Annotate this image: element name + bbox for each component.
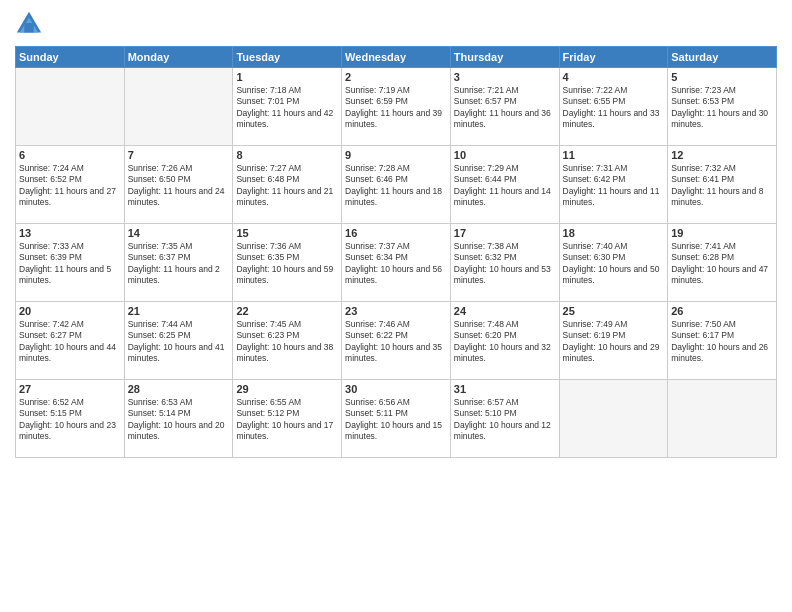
day-info: Sunrise: 7:46 AMSunset: 6:22 PMDaylight:… [345, 319, 447, 365]
day-info: Sunrise: 7:18 AMSunset: 7:01 PMDaylight:… [236, 85, 338, 131]
calendar-cell: 31Sunrise: 6:57 AMSunset: 5:10 PMDayligh… [450, 380, 559, 458]
day-info: Sunrise: 7:45 AMSunset: 6:23 PMDaylight:… [236, 319, 338, 365]
calendar-week-2: 6Sunrise: 7:24 AMSunset: 6:52 PMDaylight… [16, 146, 777, 224]
day-info: Sunrise: 6:52 AMSunset: 5:15 PMDaylight:… [19, 397, 121, 443]
day-number: 13 [19, 227, 121, 239]
day-info: Sunrise: 7:50 AMSunset: 6:17 PMDaylight:… [671, 319, 773, 365]
calendar-cell: 1Sunrise: 7:18 AMSunset: 7:01 PMDaylight… [233, 68, 342, 146]
day-info: Sunrise: 7:19 AMSunset: 6:59 PMDaylight:… [345, 85, 447, 131]
day-number: 25 [563, 305, 665, 317]
day-number: 20 [19, 305, 121, 317]
calendar-cell: 16Sunrise: 7:37 AMSunset: 6:34 PMDayligh… [342, 224, 451, 302]
day-info: Sunrise: 6:56 AMSunset: 5:11 PMDaylight:… [345, 397, 447, 443]
day-info: Sunrise: 7:40 AMSunset: 6:30 PMDaylight:… [563, 241, 665, 287]
day-number: 11 [563, 149, 665, 161]
day-number: 6 [19, 149, 121, 161]
day-number: 8 [236, 149, 338, 161]
day-number: 15 [236, 227, 338, 239]
day-info: Sunrise: 7:48 AMSunset: 6:20 PMDaylight:… [454, 319, 556, 365]
day-info: Sunrise: 7:26 AMSunset: 6:50 PMDaylight:… [128, 163, 230, 209]
day-info: Sunrise: 7:28 AMSunset: 6:46 PMDaylight:… [345, 163, 447, 209]
calendar-cell: 28Sunrise: 6:53 AMSunset: 5:14 PMDayligh… [124, 380, 233, 458]
calendar-cell: 25Sunrise: 7:49 AMSunset: 6:19 PMDayligh… [559, 302, 668, 380]
calendar-cell: 2Sunrise: 7:19 AMSunset: 6:59 PMDaylight… [342, 68, 451, 146]
day-number: 1 [236, 71, 338, 83]
calendar-cell: 20Sunrise: 7:42 AMSunset: 6:27 PMDayligh… [16, 302, 125, 380]
calendar-cell: 11Sunrise: 7:31 AMSunset: 6:42 PMDayligh… [559, 146, 668, 224]
calendar-cell: 17Sunrise: 7:38 AMSunset: 6:32 PMDayligh… [450, 224, 559, 302]
day-number: 10 [454, 149, 556, 161]
calendar-page: SundayMondayTuesdayWednesdayThursdayFrid… [0, 0, 792, 612]
calendar-cell [124, 68, 233, 146]
day-number: 31 [454, 383, 556, 395]
weekday-header-sunday: Sunday [16, 47, 125, 68]
day-number: 16 [345, 227, 447, 239]
day-number: 5 [671, 71, 773, 83]
logo-icon [15, 10, 43, 38]
weekday-header-saturday: Saturday [668, 47, 777, 68]
calendar-cell [16, 68, 125, 146]
weekday-header-friday: Friday [559, 47, 668, 68]
header [15, 10, 777, 38]
day-number: 12 [671, 149, 773, 161]
day-info: Sunrise: 7:31 AMSunset: 6:42 PMDaylight:… [563, 163, 665, 209]
day-info: Sunrise: 7:27 AMSunset: 6:48 PMDaylight:… [236, 163, 338, 209]
weekday-header-thursday: Thursday [450, 47, 559, 68]
calendar-cell: 19Sunrise: 7:41 AMSunset: 6:28 PMDayligh… [668, 224, 777, 302]
day-info: Sunrise: 7:22 AMSunset: 6:55 PMDaylight:… [563, 85, 665, 131]
calendar-cell: 5Sunrise: 7:23 AMSunset: 6:53 PMDaylight… [668, 68, 777, 146]
day-number: 19 [671, 227, 773, 239]
weekday-header-wednesday: Wednesday [342, 47, 451, 68]
svg-rect-2 [24, 23, 33, 32]
day-info: Sunrise: 7:44 AMSunset: 6:25 PMDaylight:… [128, 319, 230, 365]
calendar-cell: 24Sunrise: 7:48 AMSunset: 6:20 PMDayligh… [450, 302, 559, 380]
day-number: 24 [454, 305, 556, 317]
calendar-cell: 21Sunrise: 7:44 AMSunset: 6:25 PMDayligh… [124, 302, 233, 380]
day-number: 21 [128, 305, 230, 317]
day-info: Sunrise: 6:55 AMSunset: 5:12 PMDaylight:… [236, 397, 338, 443]
calendar-week-1: 1Sunrise: 7:18 AMSunset: 7:01 PMDaylight… [16, 68, 777, 146]
calendar-cell: 13Sunrise: 7:33 AMSunset: 6:39 PMDayligh… [16, 224, 125, 302]
calendar-week-5: 27Sunrise: 6:52 AMSunset: 5:15 PMDayligh… [16, 380, 777, 458]
day-number: 3 [454, 71, 556, 83]
calendar-week-4: 20Sunrise: 7:42 AMSunset: 6:27 PMDayligh… [16, 302, 777, 380]
day-number: 14 [128, 227, 230, 239]
day-info: Sunrise: 7:37 AMSunset: 6:34 PMDaylight:… [345, 241, 447, 287]
day-info: Sunrise: 7:23 AMSunset: 6:53 PMDaylight:… [671, 85, 773, 131]
calendar-cell: 27Sunrise: 6:52 AMSunset: 5:15 PMDayligh… [16, 380, 125, 458]
calendar-cell: 4Sunrise: 7:22 AMSunset: 6:55 PMDaylight… [559, 68, 668, 146]
calendar-cell: 10Sunrise: 7:29 AMSunset: 6:44 PMDayligh… [450, 146, 559, 224]
weekday-header-tuesday: Tuesday [233, 47, 342, 68]
day-number: 28 [128, 383, 230, 395]
day-info: Sunrise: 7:33 AMSunset: 6:39 PMDaylight:… [19, 241, 121, 287]
day-number: 30 [345, 383, 447, 395]
day-info: Sunrise: 6:53 AMSunset: 5:14 PMDaylight:… [128, 397, 230, 443]
weekday-header-row: SundayMondayTuesdayWednesdayThursdayFrid… [16, 47, 777, 68]
calendar-week-3: 13Sunrise: 7:33 AMSunset: 6:39 PMDayligh… [16, 224, 777, 302]
calendar-cell: 15Sunrise: 7:36 AMSunset: 6:35 PMDayligh… [233, 224, 342, 302]
day-number: 2 [345, 71, 447, 83]
calendar-cell: 23Sunrise: 7:46 AMSunset: 6:22 PMDayligh… [342, 302, 451, 380]
calendar-cell: 18Sunrise: 7:40 AMSunset: 6:30 PMDayligh… [559, 224, 668, 302]
day-number: 22 [236, 305, 338, 317]
calendar-cell: 9Sunrise: 7:28 AMSunset: 6:46 PMDaylight… [342, 146, 451, 224]
day-number: 29 [236, 383, 338, 395]
calendar-cell: 7Sunrise: 7:26 AMSunset: 6:50 PMDaylight… [124, 146, 233, 224]
day-info: Sunrise: 7:36 AMSunset: 6:35 PMDaylight:… [236, 241, 338, 287]
calendar-cell: 22Sunrise: 7:45 AMSunset: 6:23 PMDayligh… [233, 302, 342, 380]
day-info: Sunrise: 7:29 AMSunset: 6:44 PMDaylight:… [454, 163, 556, 209]
calendar-cell [668, 380, 777, 458]
calendar-cell: 6Sunrise: 7:24 AMSunset: 6:52 PMDaylight… [16, 146, 125, 224]
day-info: Sunrise: 7:41 AMSunset: 6:28 PMDaylight:… [671, 241, 773, 287]
calendar-cell: 14Sunrise: 7:35 AMSunset: 6:37 PMDayligh… [124, 224, 233, 302]
calendar-cell: 3Sunrise: 7:21 AMSunset: 6:57 PMDaylight… [450, 68, 559, 146]
calendar-cell: 12Sunrise: 7:32 AMSunset: 6:41 PMDayligh… [668, 146, 777, 224]
day-number: 23 [345, 305, 447, 317]
day-info: Sunrise: 7:42 AMSunset: 6:27 PMDaylight:… [19, 319, 121, 365]
calendar-cell: 29Sunrise: 6:55 AMSunset: 5:12 PMDayligh… [233, 380, 342, 458]
day-info: Sunrise: 7:49 AMSunset: 6:19 PMDaylight:… [563, 319, 665, 365]
day-number: 26 [671, 305, 773, 317]
calendar-cell: 26Sunrise: 7:50 AMSunset: 6:17 PMDayligh… [668, 302, 777, 380]
day-number: 17 [454, 227, 556, 239]
day-info: Sunrise: 7:32 AMSunset: 6:41 PMDaylight:… [671, 163, 773, 209]
